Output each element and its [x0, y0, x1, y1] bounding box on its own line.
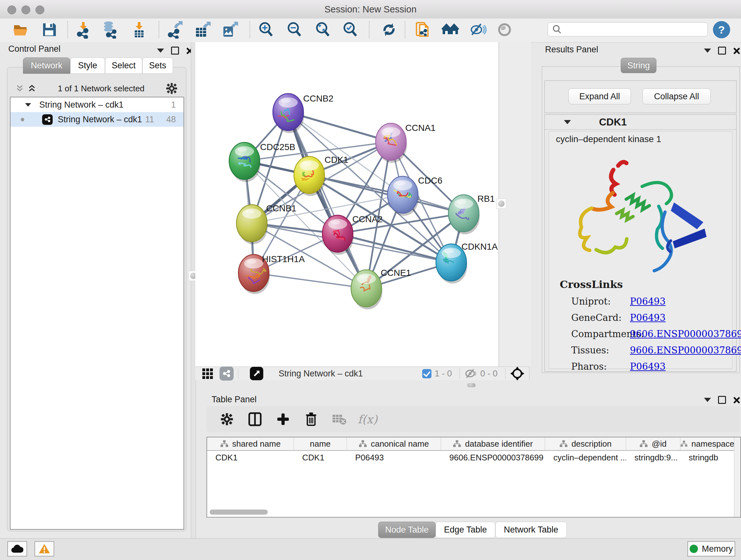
- search-box[interactable]: [548, 22, 708, 37]
- expand-all-icon[interactable]: [27, 84, 37, 93]
- tab-style[interactable]: Style: [70, 57, 105, 74]
- column-header--id[interactable]: @id: [626, 437, 680, 450]
- collection-expander-icon[interactable]: [25, 103, 31, 106]
- table-cell[interactable]: cyclin–dependent ...: [545, 451, 626, 464]
- string-document-button[interactable]: [414, 20, 432, 39]
- gene-section-header[interactable]: CDK1: [545, 115, 736, 130]
- table-cell[interactable]: stringdb: [680, 451, 735, 464]
- import-network-database-button[interactable]: [100, 20, 119, 39]
- delete-column-button[interactable]: [304, 412, 319, 427]
- table-cell[interactable]: CDK1: [294, 451, 347, 464]
- network-node-CCNA2[interactable]: [322, 215, 354, 255]
- cloud-button[interactable]: [7, 541, 27, 557]
- import-table-button[interactable]: [130, 20, 148, 39]
- crosslink-uniprot-link[interactable]: P06493: [630, 296, 666, 307]
- help-button[interactable]: ?: [713, 21, 730, 38]
- gear-icon[interactable]: [165, 82, 178, 95]
- collapse-panel-icon[interactable]: [704, 49, 711, 53]
- tab-network-table[interactable]: Network Table: [495, 522, 567, 538]
- crosslink-pharos-link[interactable]: P06493: [630, 361, 666, 372]
- table-row[interactable]: CDK1CDK1P064939606.ENSP00000378699cyclin…: [207, 451, 740, 464]
- selected-nodes-checkbox[interactable]: [422, 369, 431, 378]
- tab-string[interactable]: String: [621, 58, 657, 73]
- crosslink-genecard-link[interactable]: P06493: [630, 312, 666, 323]
- network-node-CCNB1[interactable]: [237, 205, 268, 244]
- hidden-eye-icon[interactable]: [464, 368, 477, 379]
- tab-node-table[interactable]: Node Table: [378, 522, 435, 538]
- horizontal-splitter-handle[interactable]: [467, 383, 475, 387]
- network-node-CDK1[interactable]: [294, 157, 325, 196]
- table-cell[interactable]: 9606.ENSP00000378699: [441, 451, 545, 464]
- network-row-selected[interactable]: String Network – cdk1 11 48: [10, 112, 184, 127]
- zoom-fit-button[interactable]: [314, 20, 332, 39]
- column-header-name[interactable]: name: [294, 437, 347, 450]
- crosslink-compartments-link[interactable]: 9606.ENSP00000378699: [630, 328, 741, 339]
- tab-network[interactable]: Network: [23, 57, 70, 74]
- grid-view-icon[interactable]: [201, 367, 214, 380]
- network-node-CCNA1[interactable]: [376, 123, 407, 163]
- network-node-RB1[interactable]: [448, 195, 480, 234]
- homes-button[interactable]: [441, 20, 460, 39]
- network-column-icon: [220, 440, 228, 448]
- column-header-description[interactable]: description: [545, 437, 626, 450]
- column-header-shared-name[interactable]: shared name: [207, 437, 294, 450]
- table-panel-title: Table Panel: [212, 395, 257, 405]
- column-header-namespace[interactable]: namespace: [680, 437, 735, 450]
- table-cell[interactable]: stringdb:9...: [626, 451, 680, 464]
- export-network-button[interactable]: [165, 20, 184, 39]
- section-expander-icon[interactable]: [564, 120, 571, 124]
- horizontal-scrollbar[interactable]: [210, 509, 268, 515]
- crosslink-tissues-link[interactable]: 9606.ENSP00000378699: [630, 345, 741, 356]
- open-session-button[interactable]: [12, 20, 30, 39]
- close-panel-icon[interactable]: [733, 47, 740, 54]
- zoom-in-button[interactable]: [257, 20, 275, 39]
- vertical-scrollbar[interactable]: [734, 437, 740, 517]
- show-columns-button[interactable]: [247, 412, 263, 427]
- network-edge[interactable]: [254, 273, 366, 288]
- expand-all-button[interactable]: Expand All: [568, 88, 631, 105]
- tab-sets[interactable]: Sets: [142, 57, 173, 74]
- collapse-panel-icon[interactable]: [704, 398, 711, 402]
- column-header-canonical-name[interactable]: canonical name: [347, 437, 441, 450]
- network-share-icon[interactable]: [219, 367, 233, 381]
- network-node-CDC6[interactable]: [387, 176, 419, 216]
- warning-button[interactable]: [35, 541, 54, 557]
- birds-eye-icon[interactable]: [510, 366, 525, 381]
- import-network-file-button[interactable]: [74, 20, 92, 39]
- control-panel-tabs: NetworkStyleSelectSets: [23, 57, 173, 74]
- table-cell[interactable]: CDK1: [207, 451, 294, 464]
- network-node-CCNE1[interactable]: [351, 270, 382, 309]
- apply-layout-button[interactable]: [380, 20, 398, 39]
- collapse-all-button[interactable]: Collapse All: [643, 88, 711, 105]
- memory-button[interactable]: Memory: [687, 541, 735, 557]
- network-canvas[interactable]: CCNB2CCNA1CDC25BCDK1CDC6RB1CCNB1CCNA2CDK…: [195, 42, 498, 367]
- view-dot-icon: [21, 118, 24, 121]
- tab-edge-table[interactable]: Edge Table: [435, 522, 495, 538]
- detach-view-button[interactable]: [250, 367, 263, 380]
- zoom-selected-button[interactable]: [341, 20, 360, 39]
- save-icon: [41, 21, 58, 39]
- column-header-database-identifier[interactable]: database identifier: [441, 437, 545, 450]
- tab-select[interactable]: Select: [105, 57, 142, 74]
- zoom-out-button[interactable]: [285, 20, 304, 39]
- function-builder-disabled: f(x): [358, 413, 378, 426]
- collapse-panel-icon[interactable]: [157, 49, 164, 53]
- float-panel-icon[interactable]: [718, 396, 726, 404]
- table-settings-button[interactable]: [219, 412, 234, 427]
- close-panel-icon[interactable]: [733, 396, 740, 403]
- table-cell[interactable]: P06493: [347, 451, 441, 464]
- network-node-CCNB2[interactable]: [273, 94, 304, 133]
- save-session-button[interactable]: [40, 20, 59, 39]
- export-image-button[interactable]: [220, 20, 239, 39]
- eye-button[interactable]: [495, 20, 514, 39]
- right-splitter-handle[interactable]: [496, 199, 507, 209]
- export-table-button[interactable]: [193, 20, 212, 39]
- hide-glasses-button[interactable]: [468, 20, 487, 39]
- float-panel-icon[interactable]: [718, 47, 726, 55]
- create-column-button[interactable]: [275, 412, 291, 427]
- search-input[interactable]: [565, 24, 708, 35]
- collapse-all-icon[interactable]: [15, 84, 24, 93]
- float-panel-icon[interactable]: [171, 47, 179, 55]
- network-node-CDC25B[interactable]: [229, 142, 260, 182]
- network-collection-row[interactable]: String Network – cdk1 1: [10, 98, 184, 112]
